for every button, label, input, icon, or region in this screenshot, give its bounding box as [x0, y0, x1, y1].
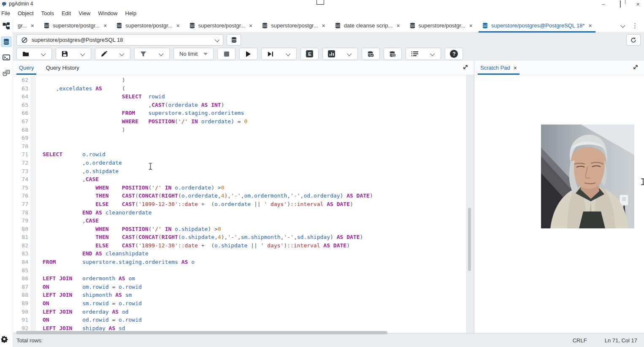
tab-query-3[interactable]: superstore/postgr... ×: [184, 19, 257, 33]
new-connection-button[interactable]: [227, 34, 241, 46]
code-line[interactable]: 74 ,CASE: [13, 175, 466, 184]
tab-query-editor[interactable]: Query: [13, 61, 40, 75]
tab-close-icon[interactable]: ×: [322, 22, 325, 29]
refresh-button[interactable]: [626, 34, 641, 46]
save-button[interactable]: [56, 48, 73, 60]
commit-button[interactable]: [362, 48, 379, 60]
code-line[interactable]: 83 END AS cleanshipdate: [13, 249, 466, 258]
expand-panel-icon[interactable]: [633, 64, 639, 72]
code-line[interactable]: 67 WHERE POSITION('/' IN orderdate) = 0: [13, 117, 466, 126]
tab-active-query[interactable]: superstore/postgres@PostgreSQL 18* ×: [477, 19, 597, 33]
tab-query-history[interactable]: Query History: [40, 61, 85, 75]
filter-button[interactable]: [135, 48, 152, 60]
tab-close-icon[interactable]: ×: [176, 22, 180, 29]
tab-close-icon[interactable]: ×: [396, 22, 400, 29]
explain-button[interactable]: E: [301, 48, 318, 60]
eol-indicator[interactable]: CRLF: [573, 337, 587, 344]
tab-close-icon[interactable]: ×: [249, 22, 252, 29]
tab-query-5[interactable]: superstore/postgr... ×: [405, 19, 477, 33]
query-tool-icon[interactable]: [1, 36, 12, 47]
macros-button[interactable]: [406, 48, 423, 60]
filter-menu-button[interactable]: [152, 48, 169, 60]
help-button[interactable]: ?: [445, 48, 463, 60]
tab-query-2[interactable]: superstore/postgr... ×: [111, 19, 184, 33]
code-line[interactable]: 76 THEN CAST(CONCAT(RIGHT(o.orderdate,4)…: [13, 192, 466, 200]
code-line[interactable]: 77 ELSE CAST('1899-12-30'::date + (o.ord…: [13, 200, 466, 209]
tab-graph[interactable]: gr... ×: [13, 19, 39, 33]
schema-diff-icon[interactable]: [1, 68, 12, 79]
cursor-position[interactable]: Ln 71, Col 17: [605, 337, 637, 344]
code-line[interactable]: 91ON od.rowid = o.rowid: [13, 316, 466, 324]
code-line[interactable]: 68 ): [13, 126, 466, 134]
code-line[interactable]: 81 THEN CAST(CONCAT(RIGHT(o.shipdate,4),…: [13, 233, 466, 241]
code-line[interactable]: 63 ,exceldates AS (: [13, 84, 466, 93]
expand-panel-icon[interactable]: [463, 64, 468, 72]
menu-edit[interactable]: Edit: [58, 10, 75, 16]
macros-menu-button[interactable]: [423, 48, 441, 60]
code-line[interactable]: 71SELECT o.rowid: [13, 150, 466, 159]
webcam-overlay: [541, 125, 634, 228]
vertical-scrollbar[interactable]: [468, 208, 471, 271]
code-line[interactable]: 66 FROM superstore.staging.orderitems: [13, 109, 466, 117]
psql-terminal-icon[interactable]: [1, 52, 12, 63]
tab-close-icon[interactable]: ×: [103, 22, 107, 29]
restore-button[interactable]: [620, 1, 621, 7]
sql-editor[interactable]: 62 )63 ,exceldates AS (64 SELECT rowid65…: [13, 75, 466, 333]
code-line[interactable]: 82 ELSE CAST('1899-12-30'::date + (o.shi…: [13, 241, 466, 250]
explain-menu-button[interactable]: [340, 48, 357, 60]
close-button[interactable]: ×: [636, 1, 640, 7]
object-explorer-icon[interactable]: [1, 21, 12, 32]
rollback-button[interactable]: [384, 48, 401, 60]
connection-selector[interactable]: superstore/postgres@PostgreSQL 18: [16, 34, 223, 46]
code-line[interactable]: 64 SELECT rowid: [13, 92, 466, 101]
menu-view[interactable]: View: [75, 10, 94, 16]
scratch-pad-body[interactable]: [474, 75, 644, 333]
code-line[interactable]: 69: [13, 134, 466, 142]
code-line[interactable]: 79 ,CASE: [13, 217, 466, 225]
edit-button[interactable]: [95, 48, 113, 60]
explain-analyze-button[interactable]: [323, 48, 340, 60]
code-line[interactable]: 73 ,o.shipdate: [13, 167, 466, 176]
tab-close-icon[interactable]: ×: [31, 22, 34, 29]
code-line[interactable]: 62 ): [13, 76, 466, 84]
menu-file[interactable]: File: [0, 10, 14, 16]
open-file-menu-button[interactable]: [34, 48, 51, 60]
scratch-pad-close-icon[interactable]: ×: [514, 65, 517, 71]
code-line[interactable]: 65 ,CAST(orderdate AS INT): [13, 101, 466, 109]
open-file-button[interactable]: [17, 48, 34, 60]
code-line[interactable]: 80 WHEN POSITION('/' IN o.shipdate) >0: [13, 225, 466, 233]
code-line[interactable]: 78 END AS cleanorderdate: [13, 209, 466, 217]
code-line[interactable]: 85: [13, 266, 466, 275]
tab-scratch-pad[interactable]: Scratch Pad ×: [474, 61, 523, 75]
code-line[interactable]: 75 WHEN POSITION('/' IN o.orderdate) >0: [13, 184, 466, 192]
tab-query-1[interactable]: superstore/postgr... ×: [39, 19, 111, 33]
tab-date-cleanse-script[interactable]: date cleanse scrip... ×: [330, 19, 405, 33]
execute-options-button[interactable]: [262, 48, 279, 60]
tab-close-icon[interactable]: ×: [589, 22, 592, 29]
menu-object[interactable]: Object: [14, 10, 38, 16]
code-line[interactable]: 86LEFT JOIN ordermonth AS om: [13, 274, 466, 283]
code-line[interactable]: 70: [13, 142, 466, 151]
menu-window[interactable]: Window: [94, 10, 121, 16]
edit-menu-button[interactable]: [113, 48, 130, 60]
tab-query-4[interactable]: superstore/postgr... ×: [257, 19, 330, 33]
stop-button[interactable]: [218, 48, 235, 60]
minimize-button[interactable]: –: [602, 1, 605, 7]
menu-tools[interactable]: Tools: [38, 10, 58, 16]
tab-close-icon[interactable]: ×: [469, 22, 473, 29]
execute-menu-button[interactable]: [279, 48, 296, 60]
code-line[interactable]: 90LEFT JOIN orderday AS od: [13, 308, 466, 316]
code-line[interactable]: 72 ,o.orderdate: [13, 159, 466, 167]
code-line[interactable]: 87ON om.rowid = o.rowid: [13, 283, 466, 291]
horizontal-scrollbar[interactable]: [16, 331, 387, 334]
tab-kebab-menu-icon[interactable]: ⋮: [632, 22, 638, 30]
save-menu-button[interactable]: [73, 48, 91, 60]
tab-overflow-chevron-icon[interactable]: [620, 23, 625, 27]
settings-gear-icon[interactable]: [1, 336, 8, 344]
code-line[interactable]: 89ON sm.rowid = o.rowid: [13, 299, 466, 308]
code-line[interactable]: 88LEFT JOIN shipmonth AS sm: [13, 291, 466, 299]
code-line[interactable]: 84FROM superstore.staging.orderitems AS …: [13, 258, 466, 266]
execute-button[interactable]: [240, 48, 257, 60]
menu-help[interactable]: Help: [122, 10, 141, 16]
row-limit-select[interactable]: No limit: [174, 48, 213, 60]
